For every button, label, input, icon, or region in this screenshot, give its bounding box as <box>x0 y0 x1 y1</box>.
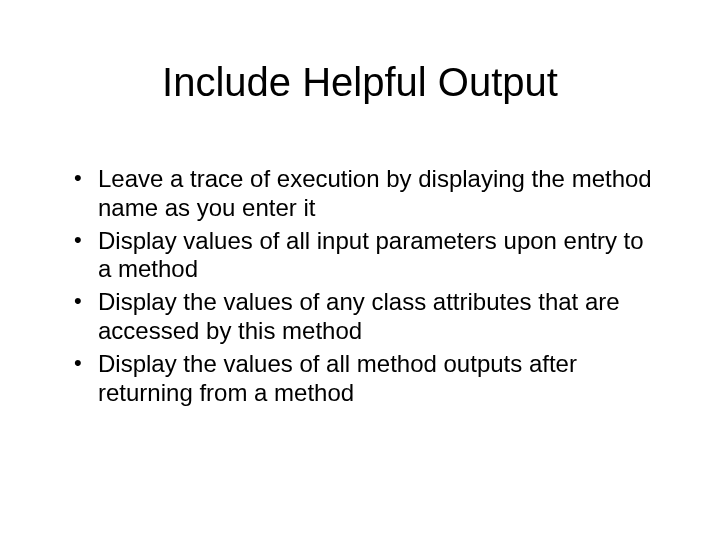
list-item: Leave a trace of execution by displaying… <box>70 165 660 223</box>
list-item: Display values of all input parameters u… <box>70 227 660 285</box>
slide-title: Include Helpful Output <box>0 60 720 105</box>
list-item: Display the values of any class attribut… <box>70 288 660 346</box>
slide-body: Leave a trace of execution by displaying… <box>70 165 660 411</box>
bullet-list: Leave a trace of execution by displaying… <box>70 165 660 407</box>
list-item: Display the values of all method outputs… <box>70 350 660 408</box>
slide: Include Helpful Output Leave a trace of … <box>0 0 720 540</box>
